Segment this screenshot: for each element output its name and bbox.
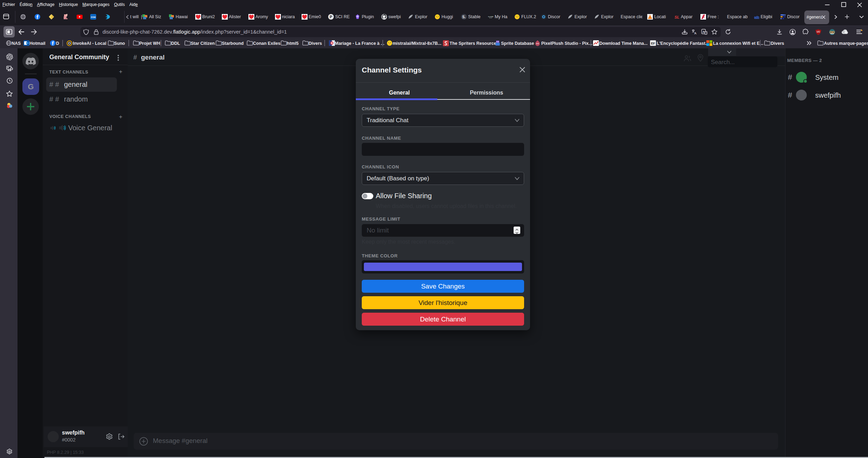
svg-text:adn: adn [754,15,759,19]
svg-text:CLOUD: CLOUD [488,16,493,18]
svg-text:A: A [694,32,697,35]
svg-text:UO: UO [817,30,820,33]
svg-text:EF: EF [651,42,655,45]
svg-text:P: P [330,15,332,19]
svg-text:S.: S. [462,15,466,19]
svg-text:DSM: DSM [91,16,96,18]
svg-text:SL: SL [675,15,679,19]
